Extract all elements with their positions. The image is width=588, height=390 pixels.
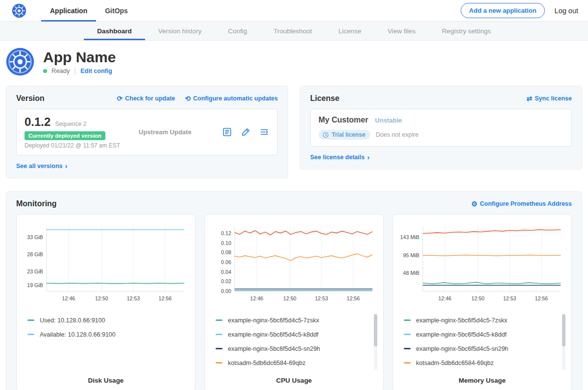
legend-item: example-nginx-5bc6f5d4c5-7zskx <box>404 313 559 327</box>
trial-license-badge: Trial license <box>318 130 370 140</box>
chevron-right-icon: › <box>367 153 369 161</box>
chart-svg: 12:4612:5012:5312:5619 GiB23 GiB28 GiB33… <box>23 221 189 306</box>
chart-svg: 12:4612:5012:5312:5648 MiB95 MiB143 MiB <box>399 221 565 306</box>
svg-text:28 GiB: 28 GiB <box>27 251 43 257</box>
auto-update-icon: ⟲ <box>185 95 191 102</box>
release-notes-icon[interactable] <box>222 127 232 137</box>
version-sequence: Sequence 2 <box>55 121 86 127</box>
see-license-details-label: See license details <box>310 154 365 161</box>
svg-text:33 GiB: 33 GiB <box>27 234 43 240</box>
svg-text:0.04: 0.04 <box>221 269 231 275</box>
license-details-box: My Customer Unstable Trial license Does … <box>310 109 572 146</box>
legend-item: example-nginx-5bc6f5d4c5-k8ddf <box>404 327 559 341</box>
svg-text:12:46: 12:46 <box>250 295 263 301</box>
configure-prometheus-link[interactable]: ⚙ Configure Prometheus Address <box>471 200 572 207</box>
legend-swatch <box>27 319 34 321</box>
edit-config-label: Edit config <box>80 68 112 74</box>
license-expiry: Does not expire <box>376 131 419 138</box>
tab-view-files[interactable]: View files <box>374 22 429 40</box>
see-all-versions-link[interactable]: See all versions › <box>16 162 68 170</box>
configure-prometheus-label: Configure Prometheus Address <box>480 200 572 207</box>
config-edit-icon[interactable] <box>241 127 251 137</box>
check-for-update-label: Check for update <box>125 95 175 102</box>
memory-usage-legend: example-nginx-5bc6f5d4c5-7zskxexample-ng… <box>399 313 565 371</box>
tab-registry-settings[interactable]: Registry settings <box>429 22 504 40</box>
legend-swatch <box>404 334 411 335</box>
deploy-logs-icon[interactable] <box>259 127 270 137</box>
version-number: 0.1.2 <box>24 115 50 129</box>
check-for-update-link[interactable]: ⟳ Check for update <box>117 95 175 102</box>
legend-swatch <box>27 334 34 335</box>
tab-troubleshoot[interactable]: Troubleshoot <box>260 22 325 40</box>
legend-scrollbar-thumb[interactable] <box>562 314 565 346</box>
svg-text:12:46: 12:46 <box>438 295 451 301</box>
divider: | <box>74 67 76 75</box>
legend-swatch <box>404 362 411 364</box>
logout-link[interactable]: Log out <box>555 7 578 15</box>
configure-automatic-updates-label: Configure automatic updates <box>193 95 278 102</box>
gear-icon: ⚙ <box>471 200 478 207</box>
tab-version-history[interactable]: Version history <box>145 22 215 40</box>
add-application-button[interactable]: Add a new application <box>461 3 544 18</box>
edit-config-link[interactable]: Edit config <box>80 68 112 74</box>
license-card-title: License <box>310 94 340 103</box>
chevron-right-icon: › <box>65 162 68 170</box>
svg-text:12:46: 12:46 <box>62 295 75 301</box>
nav-tab-application[interactable]: Application <box>41 0 96 22</box>
disk-usage-panel: 12:4612:5012:5312:5619 GiB23 GiB28 GiB33… <box>16 214 196 390</box>
license-card: License ⇄ Sync license My Customer Unsta… <box>300 86 582 170</box>
cpu-usage-legend: example-nginx-5bc6f5d4c5-7zskxexample-ng… <box>211 313 377 371</box>
top-nav: Application GitOps <box>41 0 137 22</box>
svg-text:0.12: 0.12 <box>221 230 231 236</box>
chart-svg: 12:4612:5012:5312:560.000.020.040.060.08… <box>211 221 377 306</box>
configure-automatic-updates-link[interactable]: ⟲ Configure automatic updates <box>185 95 278 102</box>
summary-cards-row: Version ⟳ Check for update ⟲ Configure a… <box>0 86 588 178</box>
svg-text:12:56: 12:56 <box>535 295 548 301</box>
nav-tab-gitops[interactable]: GitOps <box>96 0 137 22</box>
legend-scrollbar-thumb[interactable] <box>374 314 377 346</box>
svg-text:12:50: 12:50 <box>471 295 485 301</box>
tab-dashboard[interactable]: Dashboard <box>84 22 145 40</box>
legend-item: example-nginx-5bc6f5d4c5-7zskx <box>216 313 370 327</box>
legend-label: example-nginx-5bc6f5d4c5-k8ddf <box>228 331 318 338</box>
legend-swatch <box>216 348 222 349</box>
legend-label: Used: 10.128.0.66:9100 <box>40 317 105 324</box>
svg-text:12:50: 12:50 <box>283 295 296 301</box>
svg-text:48 MiB: 48 MiB <box>403 270 419 276</box>
topbar: Application GitOps Add a new application… <box>0 0 588 22</box>
legend-item: Available: 10.128.0.66:9100 <box>27 327 182 341</box>
tab-config[interactable]: Config <box>215 22 260 40</box>
cpu-usage-panel: 12:4612:5012:5312:560.000.020.040.060.08… <box>204 214 384 390</box>
deployed-timestamp: Deployed 01/21/22 @ 11:57 am EST <box>24 142 135 149</box>
clock-icon <box>322 132 329 138</box>
svg-text:0.02: 0.02 <box>221 278 231 284</box>
legend-label: example-nginx-5bc6f5d4c5-7zskx <box>228 317 319 324</box>
monitoring-title: Monitoring <box>16 199 57 208</box>
page-title: App Name <box>43 49 116 65</box>
kubernetes-logo-icon <box>12 3 26 18</box>
legend-label: example-nginx-5bc6f5d4c5-7zskx <box>416 317 507 324</box>
legend-item: kotsadm-5db6dc6584-69qbz <box>216 356 370 370</box>
svg-text:12:56: 12:56 <box>346 295 360 301</box>
svg-text:12:50: 12:50 <box>95 295 108 301</box>
sync-license-label: Sync license <box>535 95 572 102</box>
see-license-details-link[interactable]: See license details › <box>310 153 369 161</box>
memory-usage-panel: 12:4612:5012:5312:5648 MiB95 MiB143 MiB … <box>392 214 572 390</box>
tab-license[interactable]: License <box>325 22 375 40</box>
legend-label: example-nginx-5bc6f5d4c5-k8ddf <box>416 331 507 338</box>
charts-row: 12:4612:5012:5312:5619 GiB23 GiB28 GiB33… <box>16 214 572 390</box>
upstream-update-label: Upstream Update <box>135 128 222 136</box>
trial-license-label: Trial license <box>332 131 366 138</box>
legend-item: example-nginx-5bc6f5d4c5-sn29h <box>404 341 559 356</box>
legend-item: example-nginx-5bc6f5d4c5-sn29h <box>216 341 370 356</box>
legend-scrollbar[interactable] <box>374 314 377 370</box>
svg-text:12:53: 12:53 <box>503 295 516 301</box>
status-dot <box>43 69 47 73</box>
legend-scrollbar[interactable] <box>562 314 565 370</box>
app-icon <box>6 48 34 76</box>
deployed-badge: Currently deployed version <box>24 131 105 140</box>
svg-text:12:56: 12:56 <box>158 295 172 301</box>
app-header: App Name Ready | Edit config <box>0 41 588 86</box>
sync-license-link[interactable]: ⇄ Sync license <box>527 95 572 102</box>
svg-text:0.06: 0.06 <box>221 259 231 265</box>
